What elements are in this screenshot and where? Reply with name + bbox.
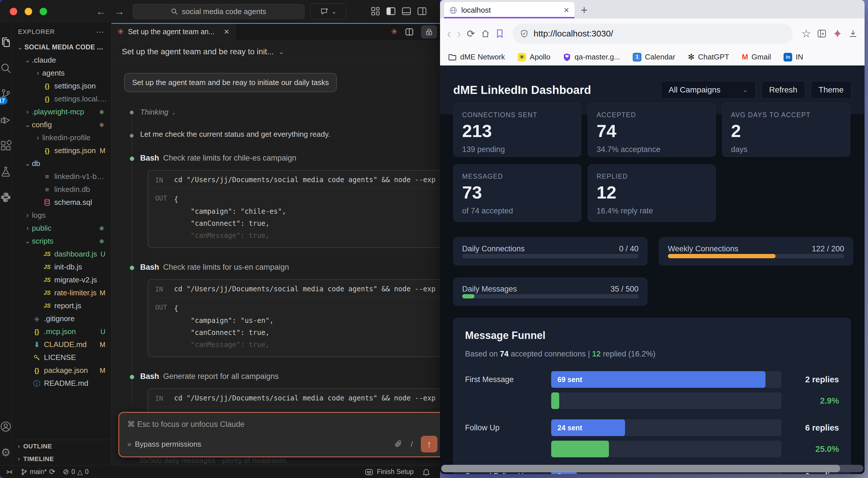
tool-io-block[interactable]: INcd "/Users/jj/Documents/social media c…	[148, 170, 440, 248]
claude-session-tab[interactable]: ✳ Set up the agent team an... ✕	[112, 23, 236, 40]
tree-item[interactable]: ⓘREADME.md	[12, 377, 111, 390]
finish-setup-button[interactable]: Finish Setup	[365, 468, 413, 476]
bookmark-item[interactable]: qa-master.g...	[563, 53, 620, 61]
back-icon[interactable]: ‹	[447, 27, 451, 40]
notifications-bell-icon[interactable]	[422, 468, 430, 476]
tool-io-block[interactable]: INcd "/Users/jj/Documents/social media c…	[148, 279, 440, 357]
tree-item[interactable]: ⌄.claude	[12, 54, 111, 67]
tree-item[interactable]: JSreport.js	[12, 299, 111, 312]
copilot-chat-dropdown[interactable]: ⌄	[310, 3, 346, 20]
window-controls[interactable]	[10, 8, 47, 15]
tree-item[interactable]: ›agents	[12, 67, 111, 80]
theme-button[interactable]: Theme	[811, 81, 851, 99]
run-debug-view-icon[interactable]	[0, 107, 11, 133]
outline-section[interactable]: ›OUTLINE	[12, 440, 111, 453]
history-back-icon[interactable]: ←	[96, 5, 106, 18]
tool-step-header[interactable]: BashCheck rate limits for chile-es campa…	[140, 154, 440, 162]
sidebar-bookmarks-icon[interactable]	[817, 29, 827, 38]
close-tab-icon[interactable]: ✕	[563, 6, 569, 14]
bookmark-item[interactable]: 1Calendar	[633, 53, 675, 61]
tree-item[interactable]: JSrate-limiter.jsM	[12, 287, 111, 299]
browser-tab-localhost[interactable]: localhost ✕	[444, 2, 575, 19]
close-window-button[interactable]	[10, 8, 17, 15]
claude-prompt-input[interactable]: ⌘ Esc to focus or unfocus Claude »Bypass…	[118, 412, 440, 457]
tree-root-folder[interactable]: ⌄ SOCIAL MEDIA CODE AG...	[12, 41, 111, 54]
chevron-down-icon[interactable]: ⌄	[278, 48, 284, 56]
tree-item[interactable]: ◈.gitignore	[12, 312, 111, 325]
tree-item[interactable]: ⌄scripts	[12, 235, 111, 248]
tree-item[interactable]: {}.mcp.jsonU	[12, 325, 111, 338]
refresh-button[interactable]: Refresh	[762, 81, 805, 99]
search-view-icon[interactable]	[0, 55, 11, 81]
problems-indicator[interactable]: ⊘ 0 △ 0	[63, 467, 89, 476]
bookmark-item[interactable]: ✳Apollo	[518, 53, 550, 61]
tool-step-header[interactable]: BashGenerate report for all campaigns	[140, 372, 440, 381]
bookmark-item[interactable]: MGmail	[742, 53, 771, 61]
tree-item[interactable]: JSmigrate-v2.js	[12, 273, 111, 287]
tree-item[interactable]: ›public	[12, 222, 111, 235]
tree-item[interactable]: ⌄db	[12, 157, 111, 170]
new-tab-button[interactable]: +	[581, 4, 587, 17]
tree-item[interactable]: ›linkedin-profile	[12, 131, 111, 144]
tree-item[interactable]: schema.sql	[12, 196, 111, 209]
source-control-view-icon[interactable]: 17	[0, 81, 11, 107]
url-bar[interactable]: http://localhost:3030/	[513, 24, 793, 44]
tree-item[interactable]: ⌄config	[12, 118, 111, 131]
bookmark-item[interactable]: ✻ChatGPT	[688, 52, 729, 62]
bypass-permissions-toggle[interactable]: »Bypass permissions	[127, 440, 202, 449]
timeline-section[interactable]: ›TIMELINE	[12, 453, 111, 466]
ai-sparkle-icon[interactable]	[832, 28, 843, 39]
git-branch-indicator[interactable]: main* ⟳	[21, 467, 56, 476]
command-center-search[interactable]: social media code agents	[133, 4, 305, 19]
tree-item[interactable]: {}settings.json	[12, 80, 111, 92]
lock-icon[interactable]	[421, 25, 437, 38]
python-view-icon[interactable]	[0, 184, 11, 210]
tree-item[interactable]: JSinit-db.js	[12, 261, 111, 273]
remote-indicator[interactable]	[6, 468, 13, 476]
session-title[interactable]: Set up the agent team and be reay to ini…	[122, 47, 274, 56]
bookmark-item[interactable]: dME Network	[448, 53, 505, 61]
toggle-panel-icon[interactable]	[402, 6, 411, 16]
tree-item[interactable]: ≡linkedin-v1-backup....	[12, 170, 111, 183]
minimize-window-button[interactable]	[25, 8, 32, 15]
bookmark-flag-icon[interactable]	[496, 29, 504, 38]
slash-command-icon[interactable]: /	[411, 440, 413, 449]
tree-item[interactable]: ⬇CLAUDE.mdM	[12, 338, 111, 351]
tree-item[interactable]: {}settings.local.json	[12, 92, 111, 106]
zoom-window-button[interactable]	[40, 8, 47, 15]
shield-permissions-icon[interactable]	[520, 29, 528, 38]
explorer-view-icon[interactable]	[0, 29, 11, 55]
tree-item[interactable]: {}package.jsonM	[12, 364, 111, 377]
bookmark-star-icon[interactable]: ☆	[801, 27, 811, 40]
testing-view-icon[interactable]	[0, 158, 11, 184]
tree-item[interactable]: ›logs	[12, 209, 111, 222]
settings-gear-icon[interactable]: ⚙	[0, 440, 11, 466]
extensions-view-icon[interactable]	[0, 133, 11, 158]
attach-file-icon[interactable]	[395, 440, 403, 448]
customize-layout-icon[interactable]	[371, 6, 380, 16]
send-message-button[interactable]: ↑	[421, 436, 437, 452]
downloads-icon[interactable]	[848, 29, 858, 38]
close-tab-icon[interactable]: ✕	[224, 28, 229, 36]
reload-icon[interactable]: ⟳	[467, 28, 475, 39]
claude-actions-icon[interactable]: ✳	[391, 27, 398, 36]
history-forward-icon[interactable]: →	[114, 5, 125, 18]
scrollbar-thumb[interactable]	[441, 465, 840, 472]
bookmark-item[interactable]: inIN	[783, 53, 803, 61]
toggle-primary-sidebar-icon[interactable]	[386, 6, 396, 16]
tree-item[interactable]: {}settings.jsonM	[12, 144, 111, 157]
toggle-secondary-sidebar-icon[interactable]	[417, 6, 427, 16]
explorer-more-actions-icon[interactable]: ⋯	[96, 27, 105, 37]
horizontal-scrollbar[interactable]	[441, 465, 863, 472]
tree-item[interactable]: ≡linkedin.db	[12, 183, 111, 196]
thinking-entry[interactable]: Thinking⌄	[140, 108, 440, 117]
accounts-icon[interactable]	[0, 414, 11, 440]
home-icon[interactable]	[481, 29, 490, 38]
tree-item[interactable]: JSdashboard.jsU	[12, 248, 111, 261]
tree-item[interactable]: ›.playwright-mcp	[12, 106, 111, 118]
split-editor-icon[interactable]	[405, 28, 413, 36]
tree-item[interactable]: LICENSE	[12, 351, 111, 364]
campaign-select[interactable]: All Campaigns⌄	[661, 81, 756, 99]
forward-icon[interactable]: ›	[457, 27, 461, 40]
tool-step-header[interactable]: BashCheck rate limits for us-en campaign	[140, 263, 440, 272]
